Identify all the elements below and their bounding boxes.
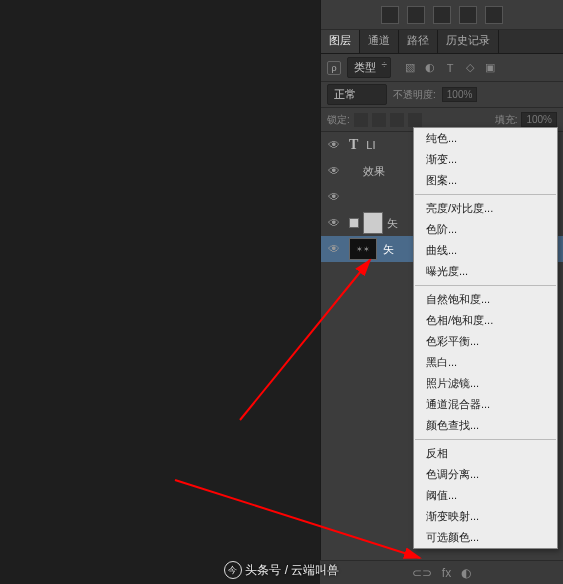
watermark: 今 头条号 / 云端叫兽 xyxy=(223,561,339,579)
tab-history[interactable]: 历史记录 xyxy=(438,30,499,53)
menu-solid-color[interactable]: 纯色... xyxy=(414,128,557,149)
fx-icon[interactable]: fx xyxy=(442,566,451,580)
lock-position-icon[interactable] xyxy=(390,113,404,127)
eye-icon[interactable]: 👁 xyxy=(327,216,341,230)
blend-mode-select[interactable]: 正常 xyxy=(327,84,387,105)
opacity-label: 不透明度: xyxy=(393,88,436,102)
lock-transparent-icon[interactable] xyxy=(354,113,368,127)
watermark-text: 头条号 / 云端叫兽 xyxy=(245,562,339,579)
lock-all-icon[interactable] xyxy=(408,113,422,127)
menu-curves[interactable]: 曲线... xyxy=(414,240,557,261)
opacity-value[interactable]: 100% xyxy=(442,87,478,102)
link-icon[interactable]: ⊂⊃ xyxy=(412,566,432,580)
layer-name: 矢 xyxy=(383,242,394,257)
menu-separator xyxy=(415,285,556,286)
menu-invert[interactable]: 反相 xyxy=(414,443,557,464)
layer-name: 效果 xyxy=(363,164,385,179)
fill-value[interactable]: 100% xyxy=(521,112,557,127)
fill-label: 填充: xyxy=(495,113,518,127)
filter-kind-select[interactable]: 类型 xyxy=(347,57,391,78)
menu-selective-color[interactable]: 可选颜色... xyxy=(414,527,557,548)
layer-name: LI xyxy=(366,139,375,151)
tab-layers[interactable]: 图层 xyxy=(321,30,360,53)
layer-panel-footer: ⊂⊃ fx ◐ xyxy=(320,560,563,584)
watermark-icon: 今 xyxy=(223,561,241,579)
menu-posterize[interactable]: 色调分离... xyxy=(414,464,557,485)
eye-icon[interactable]: 👁 xyxy=(327,138,341,152)
adj-icon-3[interactable] xyxy=(433,6,451,24)
adj-icon-5[interactable] xyxy=(485,6,503,24)
menu-black-white[interactable]: 黑白... xyxy=(414,352,557,373)
canvas-area[interactable] xyxy=(0,0,320,584)
menu-separator xyxy=(415,439,556,440)
menu-hue-saturation[interactable]: 色相/饱和度... xyxy=(414,310,557,331)
adj-icon-2[interactable] xyxy=(407,6,425,24)
layer-mask[interactable] xyxy=(363,212,383,234)
eye-icon[interactable]: 👁 xyxy=(327,242,341,256)
menu-color-balance[interactable]: 色彩平衡... xyxy=(414,331,557,352)
menu-threshold[interactable]: 阈值... xyxy=(414,485,557,506)
layer-thumbnail[interactable]: ✶✶ xyxy=(349,238,377,260)
menu-brightness-contrast[interactable]: 亮度/对比度... xyxy=(414,198,557,219)
blend-row: 正常 不透明度: 100% xyxy=(321,82,563,108)
adjustment-layer-menu: 纯色... 渐变... 图案... 亮度/对比度... 色阶... 曲线... … xyxy=(413,127,558,549)
filter-type-icons: ▧ ◐ T ◇ ▣ xyxy=(403,61,497,75)
filter-smart-icon[interactable]: ▣ xyxy=(483,61,497,75)
menu-channel-mixer[interactable]: 通道混合器... xyxy=(414,394,557,415)
mask-icon[interactable]: ◐ xyxy=(461,566,471,580)
tab-paths[interactable]: 路径 xyxy=(399,30,438,53)
panel-tabs: 图层 通道 路径 历史记录 xyxy=(321,30,563,54)
eye-icon[interactable]: 👁 xyxy=(327,190,341,204)
layer-name: 矢 xyxy=(387,216,398,231)
adj-icon-4[interactable] xyxy=(459,6,477,24)
adj-icon-1[interactable] xyxy=(381,6,399,24)
tab-channels[interactable]: 通道 xyxy=(360,30,399,53)
filter-type-icon[interactable]: T xyxy=(443,61,457,75)
menu-gradient-map[interactable]: 渐变映射... xyxy=(414,506,557,527)
lock-label: 锁定: xyxy=(327,113,350,127)
layer-filter-row: ρ 类型 ▧ ◐ T ◇ ▣ xyxy=(321,54,563,82)
search-icon[interactable]: ρ xyxy=(327,61,341,75)
menu-color-lookup[interactable]: 颜色查找... xyxy=(414,415,557,436)
adjustment-icons-row xyxy=(321,0,563,30)
type-layer-icon: T xyxy=(349,137,358,153)
menu-gradient[interactable]: 渐变... xyxy=(414,149,557,170)
menu-separator xyxy=(415,194,556,195)
menu-photo-filter[interactable]: 照片滤镜... xyxy=(414,373,557,394)
menu-pattern[interactable]: 图案... xyxy=(414,170,557,191)
fill-swatch-icon xyxy=(349,218,359,228)
menu-exposure[interactable]: 曝光度... xyxy=(414,261,557,282)
menu-vibrance[interactable]: 自然饱和度... xyxy=(414,289,557,310)
filter-shape-icon[interactable]: ◇ xyxy=(463,61,477,75)
filter-pixel-icon[interactable]: ▧ xyxy=(403,61,417,75)
eye-icon[interactable]: 👁 xyxy=(327,164,341,178)
menu-levels[interactable]: 色阶... xyxy=(414,219,557,240)
filter-adjust-icon[interactable]: ◐ xyxy=(423,61,437,75)
lock-pixels-icon[interactable] xyxy=(372,113,386,127)
